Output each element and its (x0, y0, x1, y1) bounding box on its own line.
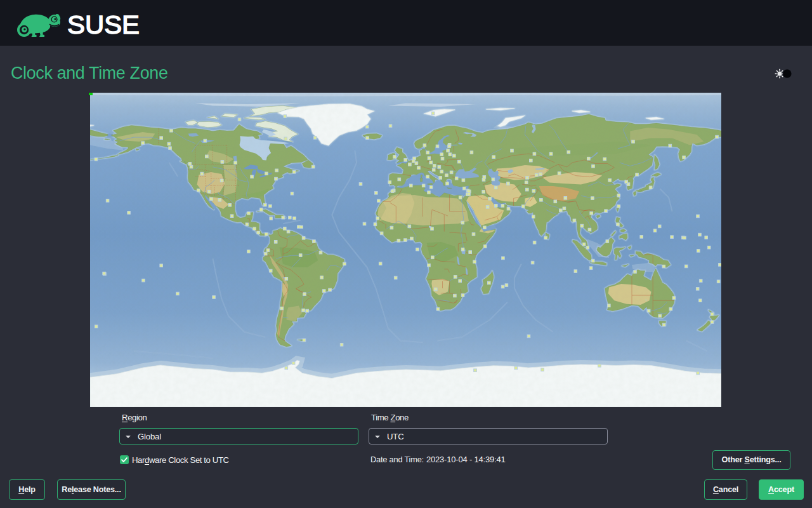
svg-text:SUSE: SUSE (67, 13, 140, 39)
